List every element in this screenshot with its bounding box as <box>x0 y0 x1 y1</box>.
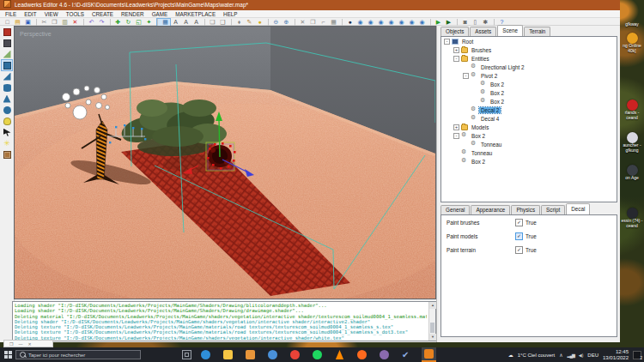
toolbar-scale-button[interactable]: ◱ <box>134 19 143 26</box>
taskbar-app-file-explorer[interactable] <box>221 347 235 362</box>
toolbar-paint-button[interactable]: ✎ <box>245 19 254 26</box>
viewport-3d[interactable]: Perspective <box>14 26 436 299</box>
taskbar-app-blue-sphere-app[interactable] <box>265 347 280 362</box>
props-tab-script[interactable]: Script <box>541 205 565 214</box>
tree-expander[interactable]: - <box>444 39 450 45</box>
sidebar-light-tool[interactable] <box>2 116 12 126</box>
menu-marketplace[interactable]: MARKETPLACE <box>175 11 216 17</box>
tree-item-root[interactable]: -Root <box>441 37 617 45</box>
tree-item-box-2[interactable]: Box 2 <box>441 97 617 106</box>
taskbar-app-chrome[interactable] <box>288 347 302 362</box>
tree-item-box-2[interactable]: Box 2 <box>441 80 617 88</box>
close-icon[interactable]: ✕ <box>27 341 31 347</box>
toolbar-cam-left-button[interactable]: ◉ <box>376 19 386 26</box>
toolbar-pick-button[interactable]: ♦ <box>231 19 244 26</box>
prop-checkbox[interactable]: ✓ <box>515 246 523 254</box>
toolbar-delete-button[interactable]: ✕ <box>70 19 80 26</box>
toolbar-window-mode-button[interactable]: ▯ <box>471 19 480 26</box>
tree-item-models[interactable]: +Models <box>441 123 617 131</box>
taskbar-app-gimp[interactable] <box>377 347 392 362</box>
tree-item-box-2[interactable]: Box 2 <box>441 88 617 97</box>
tree-item-box-2[interactable]: -Box 2 <box>441 131 617 140</box>
toolbar-rotate-button[interactable]: ↻ <box>124 19 133 26</box>
start-button[interactable] <box>0 347 15 362</box>
taskbar-app-folder-orange[interactable] <box>243 347 258 362</box>
tree-item-brushes[interactable]: +Brushes <box>441 45 617 54</box>
toolbar-run-game-button[interactable]: ▶ <box>430 19 443 26</box>
prop-checkbox[interactable]: ✓ <box>515 219 523 226</box>
sidebar-brush-dark-cube[interactable] <box>2 38 12 48</box>
taskbar-app-edge[interactable] <box>198 347 213 362</box>
tree-expander[interactable]: - <box>463 73 469 79</box>
toolbar-options-button[interactable]: ✱ <box>481 19 490 26</box>
scene-tab-scene[interactable]: Scene <box>497 25 523 36</box>
keyboard-language[interactable]: DEU <box>587 353 598 358</box>
scroll-thumb[interactable] <box>430 323 434 333</box>
toolbar-snap-button[interactable]: ❏ <box>204 19 217 26</box>
tree-item-box-2[interactable]: Box 2 <box>441 157 617 166</box>
menu-tools[interactable]: TOOLS <box>66 11 84 17</box>
minimize-icon[interactable]: — <box>18 341 22 347</box>
weather-icon[interactable]: ☁ <box>508 352 513 358</box>
toolbar-select-button[interactable]: ▦ <box>157 19 170 26</box>
weather-text[interactable]: 1°C Ciel couvert <box>518 353 555 358</box>
viewport-canvas[interactable]: Perspective <box>15 27 435 299</box>
menu-create[interactable]: CREATE <box>92 11 113 17</box>
sidebar-brush-red-cube[interactable] <box>2 27 12 37</box>
clock[interactable]: 12:45 13/01/2022 <box>603 349 629 360</box>
sidebar-cone-primitive[interactable] <box>2 94 12 104</box>
tree-expander[interactable]: + <box>453 124 459 130</box>
toolbar-cam-top-button[interactable]: ◉ <box>397 19 406 26</box>
taskbar-app-vlc[interactable] <box>332 347 347 362</box>
menu-file[interactable]: FILE <box>5 11 16 17</box>
desktop-icon[interactable]: rlands -ceand <box>620 100 644 120</box>
toolbar-copy-button[interactable]: ❐ <box>50 19 59 26</box>
toolbar-cam-right-button[interactable]: ◉ <box>386 19 396 26</box>
toolbar-save-button[interactable]: ▣ <box>23 19 33 26</box>
toolbar-align-y-button[interactable]: A <box>181 19 191 26</box>
sidebar-picker-tool[interactable] <box>2 127 12 137</box>
menu-edit[interactable]: EDIT <box>24 11 36 17</box>
sidebar-vegetation-tool[interactable] <box>2 49 12 59</box>
tray-chevron-icon[interactable]: ∧ <box>559 352 562 358</box>
desktop-icon[interactable]: on Age <box>620 165 644 181</box>
tree-item-pivot-2[interactable]: -Pivot 2 <box>441 71 617 80</box>
toolbar-align-x-button[interactable]: A <box>171 19 180 26</box>
taskbar-app-firefox[interactable] <box>355 347 369 362</box>
taskbar-app-check-app[interactable]: ✔ <box>399 347 414 362</box>
toolbar-cam-front-button[interactable]: ◉ <box>355 19 365 26</box>
toolbar-align-z-button[interactable]: A <box>191 19 201 26</box>
background-window-fragment[interactable]: ❐ — ✕ <box>3 340 53 347</box>
props-tab-general[interactable]: General <box>440 205 470 214</box>
taskbar-app-spotify[interactable] <box>310 347 325 362</box>
scene-tree[interactable]: -Root+Brushes-EntitiesDirectional Light … <box>440 36 617 202</box>
scroll-up-arrow[interactable]: ▲ <box>429 302 436 309</box>
toolbar-zoom-in-button[interactable]: ⊕ <box>282 19 291 26</box>
props-tab-physics[interactable]: Physics <box>511 205 540 214</box>
menu-game[interactable]: GAME <box>152 11 168 17</box>
desktop-icon[interactable]: essin (74) -ceand <box>620 208 644 228</box>
toolbar-screenshot-button[interactable]: ◙ <box>457 19 470 26</box>
toolbar-cam-persp-button[interactable]: ● <box>342 19 355 26</box>
tree-item-decal-2[interactable]: Decal 2 <box>441 106 617 114</box>
sidebar-box-primitive[interactable] <box>2 60 12 70</box>
toolbar-cam-iso-button[interactable]: ◉ <box>417 19 427 26</box>
tree-expander[interactable]: - <box>453 56 459 62</box>
toolbar-cam-bottom-button[interactable]: ◉ <box>407 19 416 26</box>
toolbar-lock-button[interactable]: ● <box>255 19 264 26</box>
taskbar-search[interactable]: Taper ici pour rechercher <box>15 350 141 359</box>
prop-checkbox[interactable]: ✓ <box>515 232 523 240</box>
toolbar-paste-button[interactable]: ▥ <box>60 19 70 26</box>
toolbar-zoom-out-button[interactable]: ⊖ <box>268 19 281 26</box>
sidebar-model-tool[interactable] <box>2 149 12 160</box>
tree-expander[interactable]: + <box>453 47 459 53</box>
title-bar[interactable]: Leadwerks Editor 4.6 - I:\D-dISK\Documen… <box>0 0 620 10</box>
toolbar-grid-button[interactable]: ❑ <box>218 19 228 26</box>
volume-icon[interactable]: ◀) <box>579 353 584 358</box>
tree-expander[interactable]: - <box>453 133 459 139</box>
tree-item-directional-light-2[interactable]: Directional Light 2 <box>441 63 617 71</box>
toolbar-single-view-button[interactable]: ⌐ <box>319 19 328 26</box>
scene-tab-terrain[interactable]: Terrain <box>524 27 550 36</box>
sidebar-cylinder-primitive[interactable] <box>2 82 12 93</box>
restore-icon[interactable]: ❐ <box>9 341 13 347</box>
